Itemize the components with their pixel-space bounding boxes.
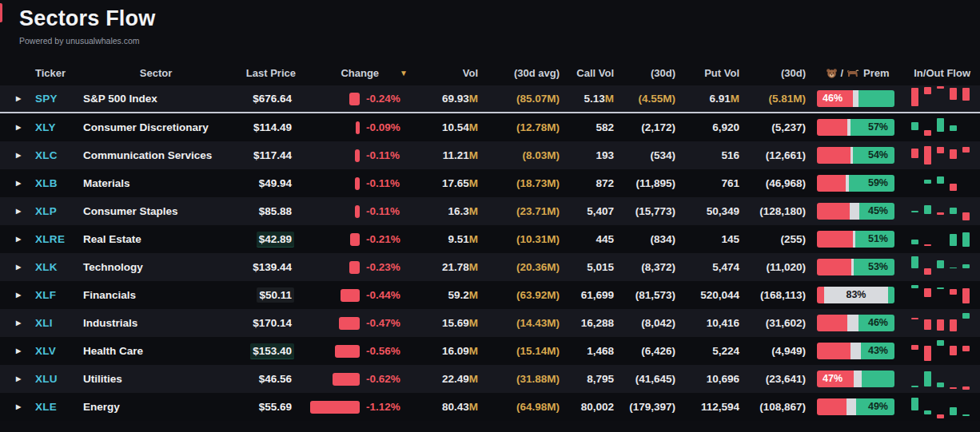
sort-desc-icon[interactable]: ▼ [400,69,408,77]
prem-percent-label: 57% [851,119,894,136]
table-row-xli[interactable]: ▶ XLI Industrials $170.14 -0.47% 15.69M … [0,309,980,337]
table-row-xlp[interactable]: ▶ XLP Consumer Staples $85.88 -0.11% 16.… [0,197,980,225]
ticker-cell[interactable]: XLC [30,149,80,161]
ticker-cell[interactable]: XLF [30,289,80,301]
ticker-cell[interactable]: XLY [30,121,80,133]
flow-mini-chart [908,227,974,252]
table-row-xlc[interactable]: ▶ XLC Communication Services $117.44 -0.… [0,141,980,169]
last-price-cell: $42.89 [232,233,297,245]
expand-arrow-icon[interactable]: ▶ [0,124,30,131]
table-row-xly[interactable]: ▶ XLY Consumer Discretionary $114.49 -0.… [0,113,980,141]
expand-arrow-icon[interactable]: ▶ [0,319,30,327]
inflow-bar [950,268,957,269]
put-vol-cell: 10,696 [677,373,741,385]
in-out-flow-cell [900,199,980,224]
expand-arrow-icon[interactable]: ▶ [0,95,30,102]
inflow-bar [937,260,944,269]
header-in-out-flow[interactable]: In/Out Flow [900,67,980,79]
outflow-bar [937,212,944,214]
outflow-bar [911,318,918,319]
in-out-flow-cell [900,115,980,140]
table-row-xlk[interactable]: ▶ XLK Technology $139.44 -0.23% 21.78M (… [0,253,980,281]
sectors-table: Ticker Sector Last Price Change ▼ Vol (3… [0,62,980,421]
put-30d-cell: (5,237) [741,121,807,133]
header-vol[interactable]: Vol [409,67,480,79]
expand-arrow-icon[interactable]: ▶ [0,236,30,243]
ticker-cell[interactable]: XLP [30,205,80,217]
last-price-cell: $46.56 [232,373,297,385]
prem-segment-green [858,90,894,107]
change-value: -0.11% [366,177,408,189]
header-prem[interactable]: / Prem [807,67,900,79]
expand-arrow-icon[interactable]: ▶ [0,152,30,159]
header-vol-30d-avg[interactable]: (30d avg) [480,67,561,79]
in-out-flow-cell [900,255,980,279]
ticker-cell[interactable]: XLU [30,373,80,385]
put-30d-cell: (46,968) [741,177,807,189]
vol-30d-avg-cell: (18.73M) [480,177,561,189]
table-row-xlre[interactable]: ▶ XLRE Real Estate $42.89 -0.21% 9.51M (… [0,225,980,253]
table-row-xlu[interactable]: ▶ XLU Utilities $46.56 -0.62% 22.49M (31… [0,365,980,393]
header-call-vol[interactable]: Call Vol [561,67,615,79]
last-price-cell: $55.69 [232,401,297,413]
vol-cell: 80.43M [409,401,480,413]
page-title: Sectors Flow [19,5,980,32]
table-row-xlb[interactable]: ▶ XLB Materials $49.94 -0.11% 17.65M (18… [0,169,980,197]
bear-bull-premium-bar: 53% [817,259,894,275]
table-row-xlf[interactable]: ▶ XLF Financials $50.11 -0.44% 59.2M (63… [0,281,980,309]
inflow-bar [937,340,944,345]
vol-30d-avg-cell: (85.07M) [480,93,561,105]
expand-arrow-icon[interactable]: ▶ [0,180,30,187]
expand-arrow-icon[interactable]: ▶ [0,208,30,215]
ticker-cell[interactable]: SPY [30,93,80,105]
prem-percent-label: 43% [861,343,894,359]
expand-arrow-icon[interactable]: ▶ [0,403,30,410]
sector-cell: Utilities [80,373,232,385]
expand-arrow-icon[interactable]: ▶ [0,375,30,382]
inflow-bar [950,234,957,247]
header-put-vol[interactable]: Put Vol [677,67,741,79]
sector-cell: Real Estate [80,233,232,245]
prem-percent-label: 54% [853,147,894,164]
inflow-bar [911,386,918,387]
ticker-cell[interactable]: XLRE [30,233,80,245]
header-sector[interactable]: Sector [80,67,232,79]
expand-arrow-icon[interactable]: ▶ [0,264,30,271]
expand-arrow-icon[interactable]: ▶ [0,347,30,355]
header-call-30d[interactable]: (30d) [615,67,677,79]
header-last-price[interactable]: Last Price [232,67,297,79]
change-value: -0.62% [366,373,408,385]
bear-bull-premium-bar: 47% [817,371,894,387]
put-30d-cell: (168,113) [741,289,807,301]
put-vol-cell: 6,920 [677,121,741,133]
prem-segment-red [817,398,847,415]
inflow-bar [950,208,957,214]
call-30d-cell: (81,573) [615,289,677,301]
outflow-bar [911,88,918,107]
flow-mini-chart [908,339,974,363]
table-row-spy[interactable]: ▶ SPY S&P 500 Index $676.64 -0.24% 69.93… [0,85,980,113]
inflow-bar [911,398,918,410]
ticker-cell[interactable]: XLE [30,401,80,413]
outflow-bar [950,289,957,295]
call-vol-cell: 5,015 [561,261,615,273]
ticker-cell[interactable]: XLV [30,345,80,357]
prem-segment-green [862,371,894,387]
table-row-xlv[interactable]: ▶ XLV Health Care $153.40 -0.56% 16.09M … [0,337,980,365]
table-row-xle[interactable]: ▶ XLE Energy $55.69 -1.12% 80.43M (64.98… [0,393,980,421]
ticker-cell[interactable]: XLB [30,177,80,189]
vol-cell: 59.2M [409,289,480,301]
ticker-cell[interactable]: XLI [30,317,80,329]
bear-bull-premium-bar: 57% [817,119,894,136]
put-30d-cell: (11,020) [741,261,807,273]
change-magnitude-bar [355,149,360,162]
outflow-bar [924,288,931,297]
flow-mini-chart [908,199,974,224]
header-change[interactable]: Change ▼ [297,67,409,79]
prem-percent-label: 83% [824,287,889,303]
expand-arrow-icon[interactable]: ▶ [0,291,30,299]
header-ticker[interactable]: Ticker [30,67,80,79]
ticker-cell[interactable]: XLK [30,261,80,273]
prem-percent-label: 46% [858,315,894,331]
header-put-30d[interactable]: (30d) [741,67,807,79]
